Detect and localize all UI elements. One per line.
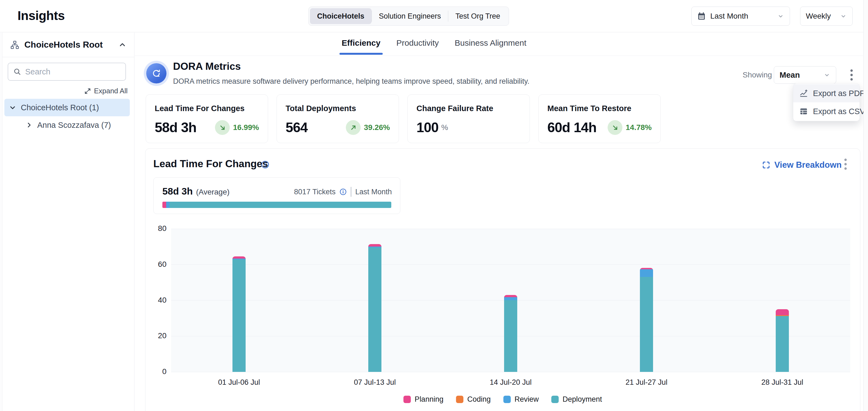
view-breakdown-button[interactable]: View Breakdown [762,160,842,170]
summary-qualifier: (Average) [196,188,229,197]
chevron-down-icon [777,12,784,20]
section-kebab-menu-button[interactable] [839,157,851,172]
org-tab-test-org-tree[interactable]: Test Org Tree [448,8,507,24]
metric-card-title: Total Deployments [286,104,390,113]
dora-title: DORA Metrics [173,61,241,72]
metric-card-value: 58d 3h [155,119,196,135]
granularity-select[interactable]: Weekly [800,7,852,26]
menu-item-export-as-pdf[interactable]: Export as PDF [793,84,860,102]
bar-segment-deployment [232,260,246,372]
chart-legend: PlanningCodingReviewDeployment [403,395,602,404]
chevron-down-icon [840,12,847,20]
tree-item-anna-scozzafava-7[interactable]: Anna Scozzafava (7) [4,116,130,134]
bar-segment-planning [504,295,517,297]
legend-swatch-deployment [552,396,559,403]
search-icon [13,68,21,76]
summary-divider [351,187,351,197]
tree-item-choicehotels-root-1[interactable]: ChoiceHotels Root (1) [4,99,130,116]
bar-segment-deployment [504,300,517,372]
trend-down-icon [608,120,622,135]
metric-card-lead-time-for-changes: Lead Time For Changes58d 3h16.99% [146,94,268,143]
tab-business-alignment[interactable]: Business Alignment [455,38,526,55]
dora-kebab-menu-button[interactable] [845,67,858,83]
lead-time-summary-card: 58d 3h (Average) 8017 Tickets Last Month [153,177,400,214]
search-input[interactable] [25,67,121,76]
bar-segment-planning [368,244,381,246]
main-tabs: EfficiencyProductivityBusiness Alignment [342,38,527,55]
dora-metrics-icon [146,63,166,83]
metric-card-value: 100 [416,119,438,135]
date-range-select[interactable]: Last Month [691,7,790,26]
legend-item-review: Review [503,395,539,404]
tabs-divider [135,56,863,56]
metric-card-unit: % [441,123,448,132]
sidebar-scrollbar[interactable] [0,33,2,411]
legend-label: Coding [467,395,491,404]
tree-item-label: ChoiceHotels Root (1) [21,103,99,112]
x-tick-label: 21 Jul-27 Jul [625,378,667,387]
granularity-value: Weekly [806,12,831,21]
x-tick-label: 07 Jul-13 Jul [354,378,396,387]
bar-segment-planning [232,256,246,259]
summary-value: 58d 3h [162,186,193,197]
metric-card-value: 564 [286,119,308,135]
org-tab-choicehotels[interactable]: ChoiceHotels [310,8,372,24]
showing-select[interactable]: Mean [774,66,836,84]
date-range-value: Last Month [710,12,748,21]
legend-item-planning: Planning [403,395,443,404]
expand-all-button[interactable]: Expand All [84,87,128,95]
chevron-down-icon [824,71,831,78]
plot-area [171,229,850,372]
trend-down-icon [215,120,230,135]
metric-cards: Lead Time For Changes58d 3h16.99%Total D… [146,94,661,143]
bar-segment-review [504,297,517,301]
chart-line-icon [799,89,808,98]
metric-card-title: Change Failure Rate [416,104,521,113]
info-icon[interactable] [339,188,347,196]
metric-card-total-deployments: Total Deployments56439.26% [277,94,399,143]
bar-01-jul-06-jul[interactable] [232,256,246,372]
legend-item-coding: Coding [456,395,491,404]
legend-swatch-review [503,396,511,403]
showing-value: Mean [780,71,800,80]
section-title: Lead Time For Changes [153,158,268,170]
calendar-icon [697,12,706,21]
bar-21-jul-27-jul[interactable] [640,268,653,372]
collapse-panel-button[interactable] [118,41,126,49]
chevron-down-icon[interactable] [9,104,17,111]
trend-badge: 16.99% [215,120,259,135]
trend-up-icon [346,120,361,135]
org-tab-group: ChoiceHotelsSolution EngineersTest Org T… [308,7,509,26]
progress-segment-deployment [169,202,391,208]
info-icon[interactable] [261,160,270,169]
sidebar-title: ChoiceHotels Root [24,40,103,50]
bar-14-jul-20-jul[interactable] [504,295,517,372]
menu-item-export-as-csv[interactable]: Export as CSV [793,102,860,121]
summary-tickets: 8017 Tickets [294,188,336,196]
trend-badge: 39.26% [346,120,390,135]
table-icon [799,107,808,116]
metric-card-title: Mean Time To Restore [547,104,652,113]
tab-efficiency[interactable]: Efficiency [342,38,381,55]
org-tab-solution-engineers[interactable]: Solution Engineers [372,8,448,24]
y-tick-label: 40 [143,296,166,305]
tab-productivity[interactable]: Productivity [396,38,439,55]
dora-subtitle: DORA metrics measure software delivery p… [173,77,530,85]
legend-label: Planning [414,395,443,404]
bar-segment-deployment [776,316,789,372]
vertical-scrollbar[interactable] [863,0,868,411]
bar-07-jul-13-jul[interactable] [368,244,381,372]
legend-label: Deployment [563,395,602,404]
metric-card-value: 60d 14h [547,119,596,135]
x-tick-label: 28 Jul-31 Jul [761,378,803,387]
chevron-right-icon[interactable] [25,121,33,129]
page-title: Insights [18,8,65,23]
gridline [171,264,850,265]
export-menu: Export as PDFExport as CSV [793,83,860,121]
menu-item-label: Export as CSV [813,107,865,116]
summary-period: Last Month [355,188,392,196]
legend-swatch-planning [403,396,411,403]
org-tree-icon [10,40,20,49]
metric-card-change-failure-rate: Change Failure Rate100% [407,94,530,143]
bar-28-jul-31-jul[interactable] [776,309,789,372]
